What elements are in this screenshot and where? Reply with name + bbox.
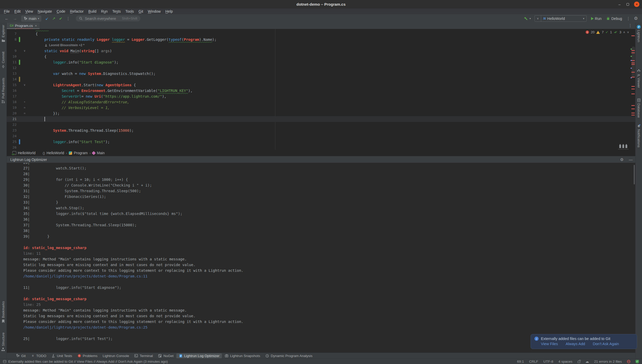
fold-marker-icon[interactable]: ▫	[22, 111, 27, 116]
toolwindow-problems[interactable]: !Problems	[75, 353, 100, 358]
toolwindow-lightrun-console[interactable]: Lightrun Console	[100, 353, 131, 358]
gear-icon[interactable]: ⚙	[632, 16, 639, 21]
menu-tools[interactable]: Tools	[123, 9, 136, 13]
menu-tests[interactable]: Tests	[110, 9, 123, 13]
panel-line-number: 26|	[23, 163, 30, 165]
push-icon[interactable]: ↗	[50, 16, 57, 21]
caret-position[interactable]: 69:1	[517, 360, 524, 363]
breadcrumb-class[interactable]: Program	[69, 151, 88, 155]
toolwindow-todo[interactable]: ≡TODO	[28, 353, 49, 358]
code-text: {	[27, 31, 38, 37]
panel-code-text: watch.Start();	[30, 166, 86, 170]
menu-view[interactable]: View	[23, 9, 35, 13]
cloud-settings-icon[interactable]: ☁	[585, 359, 589, 363]
next-issue-icon[interactable]: ∨	[627, 30, 629, 34]
issue-file-link[interactable]: /home/danielj/lightrun/projects/dotnet-d…	[23, 324, 635, 330]
stripe-item-pull-requests[interactable]: Pull Requests	[1, 78, 5, 104]
stripe-item-bookmarks[interactable]: Bookmarks	[1, 301, 5, 323]
menu-code[interactable]: Code	[54, 9, 67, 13]
solution-icon: C#	[12, 151, 16, 155]
breadcrumb-method[interactable]: Main	[92, 151, 104, 155]
fold-marker-icon[interactable]: ▫	[22, 105, 27, 111]
indent-setting[interactable]: 4 spaces	[558, 360, 572, 363]
commit-check-icon[interactable]: ✔	[57, 16, 64, 21]
prev-issue-icon[interactable]: ∧	[623, 30, 625, 34]
error-summary[interactable]: 21 errors in 2 files	[594, 360, 622, 363]
hammer-chevron-icon[interactable]: ▾	[530, 17, 531, 20]
search-everywhere[interactable]: Search everywhere Shift+Shift	[76, 16, 140, 21]
menu-navigate[interactable]: Navigate	[35, 9, 54, 13]
update-project-icon[interactable]: ↙	[43, 16, 50, 21]
shield-check-icon[interactable]: ✓	[636, 360, 639, 363]
status-message[interactable]: Externally added files can be added to G…	[8, 360, 168, 363]
toolwindow-dynamic-program-analysis[interactable]: Dynamic Program Analysis	[263, 353, 315, 358]
run-widget-chevron-icon[interactable]: ∨	[535, 16, 541, 21]
editor-options-icon[interactable]: ⋮	[626, 23, 634, 28]
stripe-item-notifications[interactable]: Notifications	[637, 124, 641, 148]
minimize-button[interactable]: –	[617, 2, 622, 6]
back-icon[interactable]: ←	[3, 16, 11, 21]
menu-refactor[interactable]: Refactor	[68, 9, 86, 13]
toolwindow-unit-tests[interactable]: Unit Tests	[49, 353, 74, 358]
editor-scrollbar[interactable]	[631, 29, 635, 150]
panel-settings-icon[interactable]: ⚙	[619, 157, 625, 162]
fold-marker-icon[interactable]: ∨	[22, 48, 27, 54]
toolwindow-lightrun-snapshots[interactable]: Lightrun Snapshots	[222, 353, 262, 358]
menu-git[interactable]: Git	[136, 9, 146, 13]
menu-window[interactable]: Window	[146, 9, 163, 13]
panel-row-blank	[23, 279, 635, 285]
fold-marker-icon[interactable]: ▿	[22, 99, 27, 105]
scrollbar-thumb[interactable]	[632, 47, 635, 78]
stripe-item-database[interactable]: Database	[637, 98, 641, 118]
dont-ask-again-link[interactable]: Don't Ask Again	[593, 342, 619, 346]
panel-row-code: 31| System.Threading.Thread.Sleep(500);	[23, 188, 635, 194]
file-encoding[interactable]: UTF-8	[543, 360, 553, 363]
panel-hide-icon[interactable]: —	[629, 157, 633, 162]
unlock-icon[interactable]	[578, 361, 580, 363]
menu-help[interactable]: Help	[163, 9, 175, 13]
vcs-more-icon[interactable]: ⋮	[64, 16, 72, 21]
breadcrumb-namespace[interactable]: () HelloWorld	[43, 151, 64, 155]
menu-build[interactable]: Build	[86, 9, 99, 13]
mute-inspections-icon[interactable]	[627, 360, 630, 363]
close-button[interactable]: ×	[634, 2, 639, 7]
line-ending[interactable]: CRLF	[529, 360, 538, 363]
stripe-item-structure[interactable]: Structure	[1, 332, 5, 351]
forward-icon[interactable]: →	[11, 16, 19, 21]
run-config-selector[interactable]: N HelloWorld ▾	[541, 16, 586, 21]
breadcrumb-solution[interactable]: C# HelloWorld	[12, 151, 35, 155]
panel-line-number: 32|	[23, 195, 30, 199]
menu-edit[interactable]: Edit	[12, 9, 23, 13]
maximize-button[interactable]	[626, 2, 630, 6]
issue-file-link[interactable]: /home/danielj/lightrun/projects/dotnet-d…	[23, 273, 635, 279]
layout-icon[interactable]	[3, 360, 6, 363]
tab-program-cs[interactable]: C# Program.cs ×	[7, 23, 40, 29]
fold-marker-icon	[22, 76, 27, 82]
toolwindow-nuget[interactable]: NuGet	[156, 353, 176, 358]
code-editor[interactable]: 6 7 {8 private static readonly Logger lo…	[7, 29, 635, 150]
lightrun-panel[interactable]: 26|27| watch.Start();28|29| for (int i =…	[7, 163, 635, 353]
inspections-widget[interactable]: ! 20 7 ✓ 1 ✓✓ 3 ∧ ∨	[586, 30, 629, 34]
git-branch-widget[interactable]: main ▾	[21, 16, 41, 22]
view-files-link[interactable]: View Files	[541, 342, 558, 346]
fold-marker-icon[interactable]: ∨	[22, 82, 27, 88]
toolwindow-terminal[interactable]: Terminal	[132, 353, 155, 358]
stripe-item-commit[interactable]: Commit	[1, 52, 5, 68]
panel-scrollbar[interactable]	[634, 165, 635, 184]
stripe-item-il-viewer[interactable]: IL Viewer	[637, 69, 641, 88]
fold-marker-icon	[22, 94, 27, 99]
debug-button[interactable]: Debug	[604, 17, 624, 21]
run-more-icon[interactable]: ⋮	[624, 16, 632, 21]
stripe-item-explorer[interactable]: Explorer	[1, 25, 5, 42]
breadcrumb-separator: ›	[66, 151, 67, 155]
toolwindow-lightrun-log-optimizer[interactable]: Lightrun Log Optimizer	[176, 353, 222, 358]
titlebar: dotnet-demo – Program.cs – ×	[0, 0, 642, 9]
menu-run[interactable]: Run	[99, 9, 110, 13]
menu-file[interactable]: File	[2, 9, 12, 13]
stripe-item-lightrun[interactable]: Lightrun	[637, 25, 641, 42]
run-button[interactable]: Run	[589, 17, 604, 21]
toolwindow-git[interactable]: Git	[13, 353, 28, 358]
always-add-link[interactable]: Always Add	[566, 342, 585, 346]
hammer-icon[interactable]	[523, 17, 528, 20]
close-tab-icon[interactable]: ×	[35, 24, 37, 28]
